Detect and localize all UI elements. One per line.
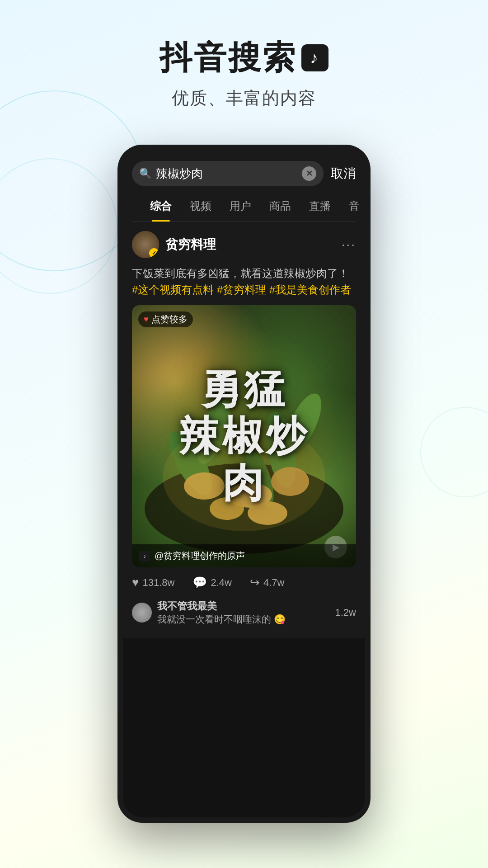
subtitle-text: 优质、丰富的内容 [0, 87, 488, 110]
comment-icon: 💬 [192, 576, 207, 590]
tiktok-small-icon: ♪ [139, 551, 150, 561]
search-area: 🔍 辣椒炒肉 ✕ 取消 综合 视频 用户 [123, 150, 365, 222]
likes-count[interactable]: ♥ 131.8w [132, 576, 174, 590]
user-info: ✓ 贫穷料理 [132, 231, 216, 258]
video-badge: ♥ 点赞较多 [138, 311, 193, 327]
verified-badge-icon: ✓ [149, 248, 159, 258]
shares-count[interactable]: ↪ 4.7w [250, 576, 284, 590]
video-overlay-text: 勇猛辣椒炒肉 [179, 366, 309, 507]
like-icon: ♥ [132, 576, 139, 590]
video-text-overlay: 勇猛辣椒炒肉 [132, 305, 356, 567]
result-description: 下饭菜到底有多凶猛，就看这道辣椒炒肉了！ #这个视频有点料 #贫穷料理 #我是美… [132, 265, 356, 298]
header-section: 抖音搜索 ♪ 优质、丰富的内容 [0, 0, 488, 110]
comments-count[interactable]: 💬 2.4w [192, 576, 231, 590]
result-user-row: ✓ 贫穷料理 ··· [132, 231, 356, 258]
phone-screen: 🔍 辣椒炒肉 ✕ 取消 综合 视频 用户 [123, 150, 365, 817]
comment-username: 我不管我最美 [157, 599, 330, 613]
likes-value: 131.8w [142, 577, 174, 589]
music-note-icon: ♪ [310, 48, 320, 67]
search-icon: 🔍 [139, 168, 151, 179]
search-bar-row: 🔍 辣椒炒肉 ✕ 取消 [132, 161, 356, 186]
search-bar[interactable]: 🔍 辣椒炒肉 ✕ [132, 161, 324, 186]
tab-product[interactable]: 商品 [260, 191, 300, 222]
comment-count-label: 1.2w [335, 607, 356, 618]
shares-value: 4.7w [263, 577, 284, 589]
comment-avatar [132, 603, 152, 623]
more-options-button[interactable]: ··· [342, 237, 356, 252]
share-icon: ↪ [250, 576, 260, 590]
clear-search-button[interactable]: ✕ [302, 166, 316, 181]
video-bottom-bar: ♪ @贫穷料理创作的原声 [132, 544, 356, 567]
avatar: ✓ [132, 231, 159, 258]
username[interactable]: 贫穷料理 [165, 236, 216, 253]
tab-comprehensive[interactable]: 综合 [141, 191, 181, 222]
tab-video[interactable]: 视频 [181, 191, 221, 222]
phone-frame: 🔍 辣椒炒肉 ✕ 取消 综合 视频 用户 [117, 145, 371, 823]
video-thumbnail: 勇猛辣椒炒肉 ▶ [132, 305, 356, 567]
engagement-row: ♥ 131.8w 💬 2.4w ↪ 4.7w [132, 567, 356, 596]
content-area: ✓ 贫穷料理 ··· 下饭菜到底有多凶猛，就看这道辣椒炒肉了！ #这个视频有点料… [123, 222, 365, 638]
sound-label: @贫穷料理创作的原声 [155, 550, 245, 562]
app-title: 抖音搜索 ♪ [0, 36, 488, 80]
phone-mockup: 🔍 辣椒炒肉 ✕ 取消 综合 视频 用户 [117, 145, 371, 823]
cancel-button[interactable]: 取消 [331, 165, 356, 182]
badge-text: 点赞较多 [151, 313, 188, 326]
title-text: 抖音搜索 [160, 36, 297, 80]
search-tabs: 综合 视频 用户 商品 直播 音 [132, 191, 356, 222]
tab-audio[interactable]: 音 [340, 191, 365, 222]
video-card[interactable]: ♥ 点赞较多 [132, 305, 356, 567]
tab-live[interactable]: 直播 [300, 191, 340, 222]
comments-value: 2.4w [211, 577, 231, 589]
comment-preview-row: 我不管我最美 我就没一次看时不咽唾沫的 😋 1.2w [132, 596, 356, 629]
search-query-text: 辣椒炒肉 [156, 166, 297, 182]
desc-tags[interactable]: #这个视频有点料 #贫穷料理 #我是美食创作者 [132, 283, 351, 296]
desc-text: 下饭菜到底有多凶猛，就看这道辣椒炒肉了！ [132, 267, 349, 279]
comment-body: 我就没一次看时不咽唾沫的 😋 [157, 613, 330, 626]
tab-user[interactable]: 用户 [221, 191, 260, 222]
bg-decoration-circle3 [420, 407, 488, 497]
comment-content: 我不管我最美 我就没一次看时不咽唾沫的 😋 [157, 599, 330, 626]
heart-badge-icon: ♥ [144, 315, 149, 324]
tiktok-logo-icon: ♪ [301, 44, 328, 71]
